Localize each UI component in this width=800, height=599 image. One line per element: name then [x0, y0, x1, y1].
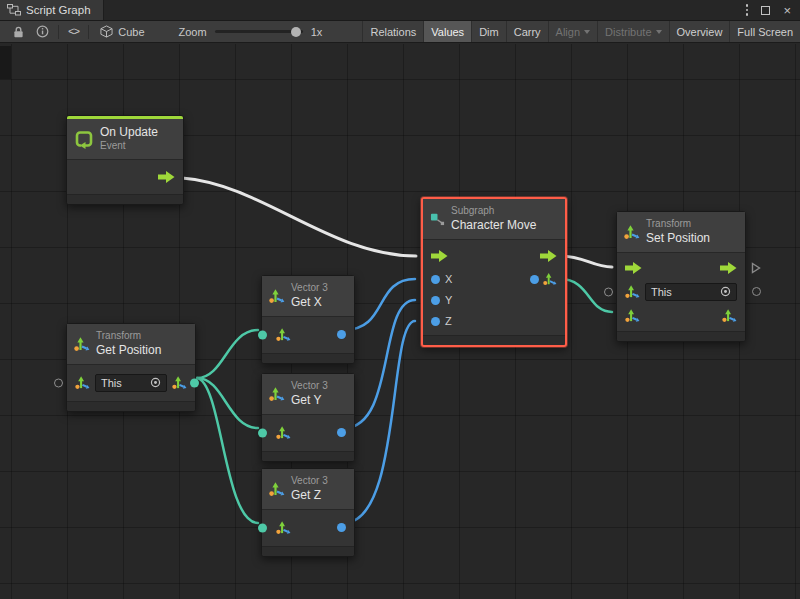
input-port-y[interactable]: [431, 296, 440, 305]
node-title: Set Position: [646, 231, 710, 246]
this-target-field[interactable]: This: [645, 283, 737, 301]
flow-output-port[interactable]: [158, 171, 175, 183]
relations-button[interactable]: Relations: [362, 21, 423, 42]
flow-input-port[interactable]: [625, 262, 642, 274]
info-icon[interactable]: [30, 21, 55, 42]
maximize-icon[interactable]: [761, 6, 770, 15]
transform-output-icon[interactable]: [722, 308, 737, 323]
node-character-move[interactable]: Subgraph Character Move X: [421, 197, 567, 347]
vector3-icon: [269, 288, 285, 304]
close-icon[interactable]: ×: [783, 4, 791, 17]
this-target-field[interactable]: This: [95, 374, 167, 392]
node-footer: [67, 194, 183, 204]
node-footer: [67, 401, 195, 411]
external-flow-port[interactable]: [751, 262, 761, 274]
vector3-icon: [269, 386, 285, 402]
target-object-name: Cube: [118, 26, 144, 38]
transform-port-icon[interactable]: [75, 375, 90, 390]
wire-getposition-to-getx[interactable]: [197, 330, 258, 378]
vector-output-icon[interactable]: [172, 375, 187, 390]
wire-charactermove-to-setposition-flow[interactable]: [560, 256, 612, 267]
node-title: Get X: [291, 295, 328, 310]
node-category: Vector 3: [291, 380, 328, 393]
vector-input-port[interactable]: [258, 428, 267, 437]
vector-input-icon[interactable]: [276, 425, 291, 440]
node-get-z[interactable]: Vector 3 Get Z: [261, 468, 355, 557]
node-footer: [423, 335, 565, 345]
carry-button[interactable]: Carry: [506, 21, 548, 42]
node-title: Get Z: [291, 488, 328, 503]
graph-canvas[interactable]: On Update Event Transform: [0, 44, 800, 599]
script-graph-icon: [7, 4, 21, 16]
graph-toolbar: <> Cube Zoom 1x Relations Values Dim Car…: [0, 21, 800, 43]
node-category: Subgraph: [451, 205, 536, 218]
node-get-position[interactable]: Transform Get Position This: [66, 323, 196, 412]
chevron-down-icon: [656, 30, 662, 34]
node-on-update[interactable]: On Update Event: [66, 115, 184, 205]
object-picker-icon[interactable]: [150, 377, 161, 388]
float-output-port[interactable]: [337, 330, 346, 339]
vector-output-port[interactable]: [530, 275, 539, 284]
zoom-slider-handle[interactable]: [291, 27, 301, 37]
node-category: Vector 3: [291, 282, 328, 295]
flow-output-port[interactable]: [720, 262, 737, 274]
vector-input-port[interactable]: [258, 523, 267, 532]
dim-button[interactable]: Dim: [471, 21, 506, 42]
vector-input-icon[interactable]: [276, 520, 291, 535]
node-title: On Update: [100, 125, 158, 140]
vector3-icon: [269, 481, 285, 497]
distribute-button[interactable]: Distribute: [597, 21, 668, 42]
vector-input-icon[interactable]: [625, 308, 640, 323]
unconnected-target-port[interactable]: [54, 378, 63, 387]
node-category: Transform: [96, 330, 161, 343]
port-label-x: X: [445, 273, 452, 285]
target-object-chip[interactable]: Cube: [92, 25, 152, 38]
this-target-value: This: [651, 286, 672, 298]
node-footer: [262, 546, 354, 556]
values-button[interactable]: Values: [423, 21, 471, 42]
node-title: Get Y: [291, 393, 328, 408]
code-view-icon[interactable]: <>: [62, 21, 85, 42]
node-footer: [262, 353, 354, 363]
cube-icon: [100, 25, 113, 38]
port-label-z: Z: [445, 315, 452, 327]
tab-script-graph[interactable]: Script Graph: [0, 0, 104, 20]
vector-output-icon: [543, 272, 557, 286]
wire-charactermove-to-setposition-value[interactable]: [560, 279, 612, 312]
node-footer: [617, 331, 745, 341]
align-button[interactable]: Align: [548, 21, 597, 42]
node-category: Transform: [646, 218, 710, 231]
float-output-port[interactable]: [337, 428, 346, 437]
transform-icon: [74, 336, 90, 352]
object-picker-icon[interactable]: [720, 286, 731, 297]
chevron-down-icon: [584, 30, 590, 34]
tab-title: Script Graph: [26, 4, 91, 16]
node-get-y[interactable]: Vector 3 Get Y: [261, 373, 355, 462]
vector-input-icon[interactable]: [276, 327, 291, 342]
external-value-port[interactable]: [752, 287, 761, 296]
node-subtitle: Event: [100, 140, 158, 153]
transform-port-icon[interactable]: [625, 284, 640, 299]
float-output-port[interactable]: [337, 523, 346, 532]
input-port-x[interactable]: [431, 275, 440, 284]
transform-icon: [624, 224, 640, 240]
subgraph-icon: [430, 211, 445, 226]
vector-input-port[interactable]: [258, 330, 267, 339]
flow-output-port[interactable]: [540, 250, 557, 262]
input-port-z[interactable]: [431, 317, 440, 326]
tabbar-spacer: [104, 0, 746, 20]
flow-input-port[interactable]: [431, 250, 448, 262]
node-set-position[interactable]: Transform Set Position: [616, 211, 746, 342]
toolbar-separator: [88, 25, 89, 39]
window-menu-icon[interactable]: [746, 4, 749, 16]
vector-output-port[interactable]: [190, 378, 199, 387]
zoom-slider[interactable]: [215, 30, 303, 33]
lock-icon[interactable]: [7, 21, 30, 42]
wire-getposition-to-getz[interactable]: [197, 378, 258, 523]
overview-button[interactable]: Overview: [669, 21, 730, 42]
full-screen-button[interactable]: Full Screen: [729, 21, 800, 42]
wire-onupdate-to-charactermove[interactable]: [182, 178, 416, 256]
unconnected-target-port[interactable]: [604, 287, 613, 296]
node-get-x[interactable]: Vector 3 Get X: [261, 275, 355, 364]
on-update-event-icon: [74, 129, 94, 149]
